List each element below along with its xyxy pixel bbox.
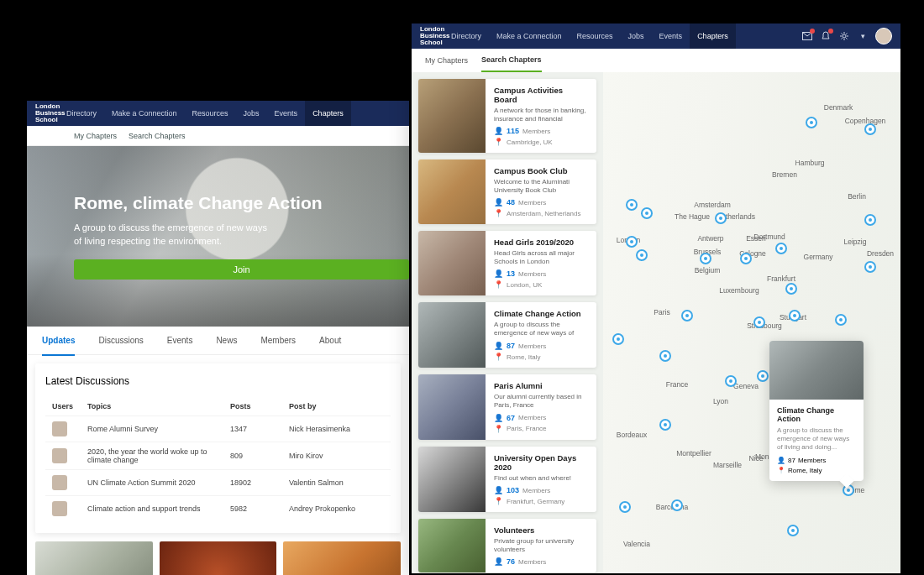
popup-title: Climate Change Action	[777, 406, 856, 423]
mail-icon[interactable]	[801, 30, 813, 42]
nav-events[interactable]: Events	[652, 32, 690, 40]
subnav-my-chapters[interactable]: My Chapters	[425, 56, 468, 71]
map-marker[interactable]	[626, 236, 638, 248]
discussions-table: Users Topics Posts Post by Rome Alumni S…	[45, 397, 391, 521]
map-marker[interactable]	[775, 243, 787, 254]
chapter-card[interactable]: Campus Activities Board A network for th…	[418, 79, 596, 153]
chapter-members: 76	[507, 557, 515, 566]
nav-jobs[interactable]: Jobs	[236, 109, 267, 118]
gear-icon[interactable]	[838, 30, 850, 42]
chapter-location: Cambridge, UK	[507, 139, 553, 146]
location-icon: 📍	[494, 280, 503, 289]
nav-jobs[interactable]: Jobs	[621, 32, 652, 40]
members-label: Members	[518, 270, 546, 278]
map-marker[interactable]	[700, 253, 711, 264]
tab-news[interactable]: News	[216, 336, 237, 345]
nav-chapters[interactable]: Chapters	[690, 24, 736, 49]
subnav-search-chapters[interactable]: Search Chapters	[129, 132, 186, 140]
top-nav: London Business School Directory Make a …	[412, 24, 900, 49]
map-marker[interactable]	[715, 212, 727, 224]
chevron-down-icon[interactable]: ▾	[857, 30, 869, 42]
tab-members[interactable]: Members	[260, 336, 296, 345]
chapter-desc: Find out when and where!	[494, 474, 588, 483]
map[interactable]: DenmarkCopenhagenHamburgBremenAmsterdamN…	[603, 72, 900, 573]
brand-logo[interactable]: London Business School	[420, 26, 444, 46]
map-marker[interactable]	[636, 249, 648, 261]
members-icon: 👤	[494, 269, 503, 278]
nav-connection[interactable]: Make a Connection	[104, 109, 185, 118]
gallery-thumb[interactable]	[283, 541, 401, 575]
chapter-card[interactable]: Head Girls 2019/2020 Head Girls across a…	[418, 231, 596, 295]
location-icon: 📍	[494, 138, 503, 146]
map-marker[interactable]	[725, 375, 737, 387]
chapter-hero: Rome, climate Change Action A group to d…	[27, 146, 409, 327]
nav-events[interactable]: Events	[267, 109, 306, 118]
map-marker[interactable]	[681, 310, 693, 321]
chapter-card[interactable]: Paris Alumni Our alumni currently based …	[418, 374, 596, 439]
map-marker[interactable]	[740, 253, 752, 264]
table-row[interactable]: Rome Alumni Survey 1347 Nick Herasimenka	[45, 416, 391, 442]
table-row[interactable]: 2020, the year the world woke up to clim…	[45, 442, 391, 469]
members-icon: 👤	[494, 557, 503, 566]
map-marker[interactable]	[641, 207, 653, 219]
chapter-name: Volunteers	[494, 525, 588, 535]
row-posts: 809	[230, 452, 289, 460]
location-icon: 📍	[777, 467, 785, 474]
map-marker[interactable]	[612, 333, 624, 345]
table-header: Users Topics Posts Post by	[45, 397, 391, 416]
chapter-card[interactable]: University Open Days 2020 Find out when …	[418, 447, 596, 513]
nav-connection[interactable]: Make a Connection	[489, 32, 570, 40]
nav-resources[interactable]: Resources	[185, 109, 236, 118]
map-marker[interactable]	[806, 117, 817, 128]
map-marker[interactable]	[787, 525, 799, 536]
table-row[interactable]: UN Climate Action Summit 2020 18902 Vale…	[45, 469, 391, 495]
map-marker[interactable]	[757, 370, 769, 382]
chapter-location: Paris, France	[507, 425, 547, 432]
subnav-my-chapters[interactable]: My Chapters	[74, 132, 117, 140]
chapter-desc: Our alumni currently based in Paris, Fra…	[494, 393, 588, 409]
map-marker[interactable]	[864, 214, 876, 226]
chapter-image	[418, 159, 486, 224]
chapter-title: Rome, climate Change Action	[74, 193, 409, 213]
map-marker[interactable]	[835, 314, 847, 326]
sub-nav: My Chapters Search Chapters	[27, 126, 409, 146]
gallery-thumb[interactable]	[35, 541, 153, 575]
tab-discussions[interactable]: Discussions	[98, 336, 143, 345]
map-marker[interactable]	[789, 310, 801, 321]
map-marker[interactable]	[659, 350, 671, 362]
tab-events[interactable]: Events	[167, 336, 193, 345]
map-marker[interactable]	[671, 499, 683, 511]
join-button[interactable]: Join	[74, 259, 409, 280]
nav-directory[interactable]: Directory	[444, 32, 489, 40]
map-marker[interactable]	[626, 199, 638, 211]
chapter-detail-window: London Business School Directory Make a …	[27, 101, 409, 575]
map-terrain	[603, 72, 900, 573]
section-title: Latest Discussions	[45, 375, 391, 387]
map-marker[interactable]	[864, 261, 876, 273]
brand-logo[interactable]: London Business School	[35, 103, 59, 123]
map-marker[interactable]	[785, 283, 797, 295]
map-marker[interactable]	[864, 123, 876, 135]
table-row[interactable]: Climate action and support trends 5982 A…	[45, 495, 391, 521]
map-marker[interactable]	[659, 419, 671, 431]
map-marker[interactable]	[753, 316, 765, 328]
members-icon: 👤	[494, 414, 503, 422]
search-body: Campus Activities Board A network for th…	[412, 72, 900, 573]
chapter-card[interactable]: Volunteers Private group for university …	[418, 519, 596, 572]
subnav-search-chapters[interactable]: Search Chapters	[481, 55, 542, 72]
avatar[interactable]	[875, 28, 892, 44]
chapter-card[interactable]: Campus Book Club Welcome to the Aluminat…	[418, 159, 596, 224]
tab-updates[interactable]: Updates	[42, 336, 75, 356]
gallery-thumb[interactable]	[160, 541, 277, 575]
nav-chapters[interactable]: Chapters	[305, 101, 351, 126]
bell-icon[interactable]	[820, 30, 832, 42]
map-marker[interactable]	[619, 501, 631, 513]
chapter-name: Head Girls 2019/2020	[494, 238, 588, 247]
nav-directory[interactable]: Directory	[59, 109, 104, 118]
gallery	[27, 541, 409, 575]
tab-about[interactable]: About	[319, 336, 341, 345]
chapter-members: 103	[507, 486, 519, 494]
nav-resources[interactable]: Resources	[570, 32, 621, 40]
chapter-tabs: Updates Discussions Events News Members …	[27, 327, 409, 355]
chapter-card[interactable]: Climate Change Action A group to discuss…	[418, 302, 596, 368]
